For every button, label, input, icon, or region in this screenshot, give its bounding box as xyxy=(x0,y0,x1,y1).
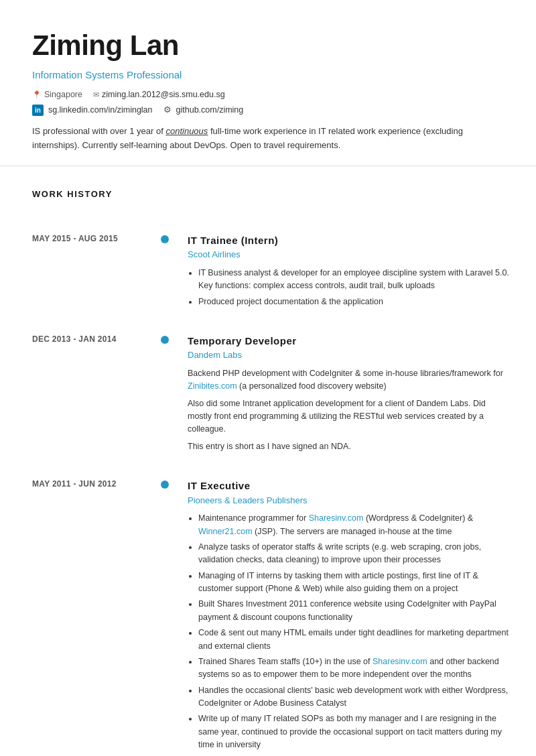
work-entry-1: MAY 2015 - AUG 2015 IT Trainee (Intern) … xyxy=(0,233,536,312)
zinibites-link[interactable]: Zinibites.com xyxy=(188,381,237,391)
job-title-3: IT Executive xyxy=(188,479,509,494)
bullet-1-2: Produced project documentation & the app… xyxy=(198,296,509,308)
section-center-spacer xyxy=(161,188,177,217)
entry-content-1: IT Trainee (Intern) Scoot Airlines IT Bu… xyxy=(177,233,536,312)
job-title-1: IT Trainee (Intern) xyxy=(188,233,509,249)
entry-dates-3: MAY 2011 - JUN 2012 xyxy=(0,479,161,755)
job-desc-3: Maintenance programmer for Sharesinv.com… xyxy=(188,512,509,751)
sharesinv-link-2[interactable]: Sharesinv.com xyxy=(373,657,427,666)
entry-content-3: IT Executive Pioneers & Leaders Publishe… xyxy=(177,479,536,755)
work-entry-3: MAY 2011 - JUN 2012 IT Executive Pioneer… xyxy=(0,479,536,755)
linkedin-item: in sg.linkedin.com/in/ziminglan xyxy=(32,104,153,117)
timeline-dot-wrapper-1 xyxy=(161,233,177,312)
bullet-3-1: Maintenance programmer for Sharesinv.com… xyxy=(198,512,509,538)
job-desc-2: Backend PHP development with CodeIgniter… xyxy=(188,367,509,453)
bullet-3-4: Built Shares Investment 2011 conference … xyxy=(198,598,509,624)
work-history-title: WORK HISTORY xyxy=(32,188,161,201)
job-desc-1: IT Business analyst & developer for an e… xyxy=(188,267,509,308)
section-header-right xyxy=(177,188,536,217)
entry-content-2: Temporary Developer Dandem Labs Backend … xyxy=(177,334,536,457)
work-entry-2: DEC 2013 - JAN 2014 Temporary Developer … xyxy=(0,334,536,457)
section-header-left: WORK HISTORY xyxy=(0,188,161,217)
timeline-dot-2 xyxy=(161,336,169,344)
company-3: Pioneers & Leaders Publishers xyxy=(188,494,509,507)
linkedin-link[interactable]: sg.linkedin.com/in/ziminglan xyxy=(48,104,153,117)
bullet-3-8: Write up of many IT related SOPs as both… xyxy=(198,712,509,751)
date-range-1: MAY 2015 - AUG 2015 xyxy=(32,233,150,245)
sharesinv-link-1[interactable]: Sharesinv.com xyxy=(309,513,364,523)
github-icon: ⚙ xyxy=(163,103,172,117)
timeline-dot-1 xyxy=(161,235,169,243)
entry-dates-1: MAY 2015 - AUG 2015 xyxy=(0,233,161,312)
header-section: Ziming Lan Information Systems Professio… xyxy=(0,0,536,166)
location-text: Singapore xyxy=(44,88,82,101)
bullet-3-7: Handles the occasional clients' basic we… xyxy=(198,684,509,710)
entry-dates-2: DEC 2013 - JAN 2014 xyxy=(0,334,161,457)
bullet-3-3: Managing of IT interns by tasking them w… xyxy=(198,570,509,596)
timeline-dot-wrapper-2 xyxy=(161,334,177,457)
job-bullets-1: IT Business analyst & developer for an e… xyxy=(188,267,509,308)
email-item: ✉ ziming.lan.2012@sis.smu.edu.sg xyxy=(93,88,225,101)
company-1: Scoot Airlines xyxy=(188,248,509,261)
bullet-3-2: Analyze tasks of operator staffs & write… xyxy=(198,541,509,567)
contact-row-2: in sg.linkedin.com/in/ziminglan ⚙ github… xyxy=(32,103,504,117)
date-range-2: DEC 2013 - JAN 2014 xyxy=(32,334,150,345)
email-icon: ✉ xyxy=(93,89,99,101)
github-link[interactable]: github.com/ziming xyxy=(176,104,244,117)
github-item: ⚙ github.com/ziming xyxy=(163,103,244,117)
resume-page: Ziming Lan Information Systems Professio… xyxy=(0,0,536,756)
bullet-3-6: Trained Shares Team staffs (10+) in the … xyxy=(198,655,509,682)
summary-paragraph: IS professional with over 1 year of cont… xyxy=(32,125,504,153)
location-item: 📍 Singapore xyxy=(32,88,82,101)
timeline-dot-3 xyxy=(161,481,169,489)
bullet-1-1: IT Business analyst & developer for an e… xyxy=(198,267,509,293)
bullet-3-5: Code & sent out many HTML emails under t… xyxy=(198,627,509,653)
job-bullets-3: Maintenance programmer for Sharesinv.com… xyxy=(188,512,509,751)
linkedin-icon: in xyxy=(32,105,44,116)
contact-row-1: 📍 Singapore ✉ ziming.lan.2012@sis.smu.ed… xyxy=(32,88,504,101)
timeline-dot-wrapper-3 xyxy=(161,479,177,755)
work-history-header-row: WORK HISTORY xyxy=(0,166,536,233)
email-link[interactable]: ziming.lan.2012@sis.smu.edu.sg xyxy=(102,88,225,101)
candidate-name: Ziming Lan xyxy=(32,24,504,66)
date-range-3: MAY 2011 - JUN 2012 xyxy=(32,479,150,490)
location-icon: 📍 xyxy=(32,89,42,101)
company-2: Dandem Labs xyxy=(188,349,509,362)
winner21-link[interactable]: Winner21.com xyxy=(198,527,253,536)
profession-title: Information Systems Professional xyxy=(32,68,504,83)
job-title-2: Temporary Developer xyxy=(188,334,509,349)
